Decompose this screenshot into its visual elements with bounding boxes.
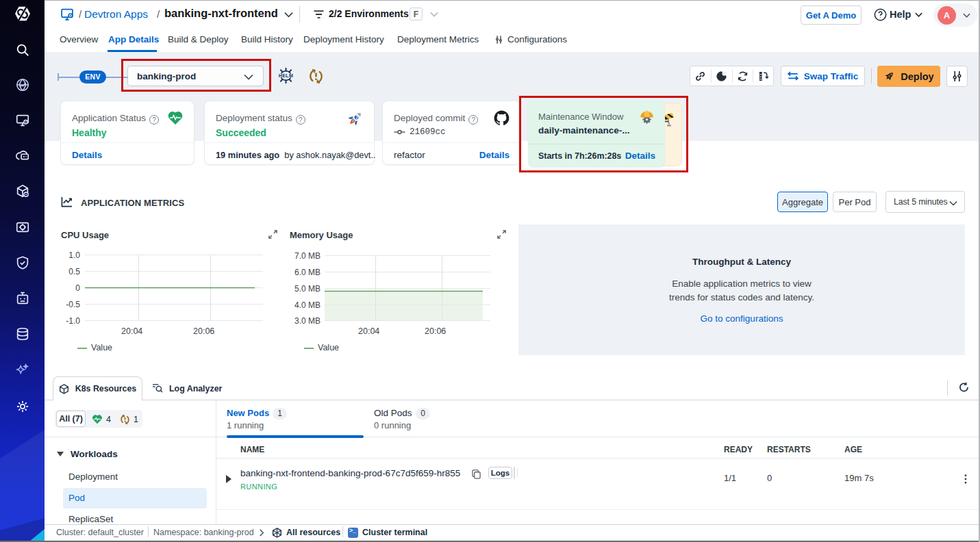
svg-text:HELM: HELM	[279, 73, 294, 78]
